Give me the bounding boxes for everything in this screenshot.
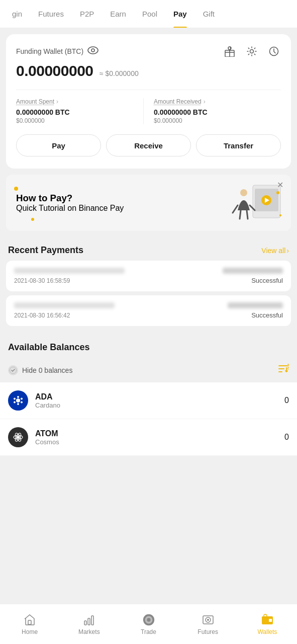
nav-item-pay[interactable]: Pay [165,0,195,28]
balance-btc: 0.00000000 [16,62,93,79]
bottom-nav-wallets-label: Wallets [257,628,277,635]
sort-icon-button[interactable]: A Z [277,363,289,377]
ada-balance: 0 [284,396,289,405]
bottom-nav-futures[interactable]: Futures [178,613,238,635]
hide-zero-label: Hide 0 balances [22,366,72,374]
svg-point-36 [147,618,150,621]
payment-status-1: Successful [251,277,283,284]
available-balances-section: Available Balances Hide 0 balances [0,330,297,460]
payment-bottom-2: 2021-08-30 16:56:42 Successful [14,311,283,319]
spent-btc: 0.00000000 BTC [16,108,143,116]
payment-bottom-1: 2021-08-30 16:58:59 Successful [14,277,283,284]
coin-item-ada[interactable]: ADA Cardano 0 [0,382,297,419]
hide-zero-row: Hide 0 balances A Z [0,358,297,382]
tutorial-close-button[interactable]: ✕ [275,180,285,190]
ada-symbol: ADA [35,392,284,401]
tutorial-banner: How to Pay? Quick Tutorial on Binance Pa… [6,175,291,231]
svg-point-19 [16,398,20,403]
spent-usd: $0.000000 [16,117,143,124]
amount-spent-col: Amount Spent › 0.00000000 BTC $0.000000 [16,98,143,124]
history-icon-button[interactable] [267,44,281,58]
svg-line-10 [233,205,238,213]
wallets-icon [261,613,274,626]
received-label: Amount Received [154,98,202,105]
svg-line-12 [240,210,241,219]
bottom-nav-futures-label: Futures [197,628,218,635]
svg-point-1 [91,49,94,52]
gift-icon-button[interactable] [223,44,237,58]
payment-time-1: 2021-08-30 16:58:59 [14,277,70,284]
bottom-nav-trade[interactable]: Trade [119,613,178,635]
futures-icon [202,613,215,626]
balances-title: Available Balances [8,342,89,353]
payment-time-2: 2021-08-30 16:56:42 [14,312,70,319]
balance-details: Amount Spent › 0.00000000 BTC $0.000000 … [16,90,281,124]
nav-item-gift[interactable]: Gift [195,0,223,28]
atom-balance: 0 [284,433,289,442]
nav-item-earn[interactable]: Earn [102,0,134,28]
view-all-button[interactable]: View all › [261,247,289,255]
svg-rect-33 [91,616,93,625]
spent-chevron[interactable]: › [56,98,58,105]
payment-blur-name-2 [14,302,115,308]
svg-text:Z: Z [287,366,289,370]
balance-display: 0.00000000 ≈ $0.000000 [16,62,281,79]
wallet-header: Funding Wallet (BTC) [16,44,281,58]
received-btc: 0.00000000 BTC [154,108,281,116]
bottom-nav-home[interactable]: Home [0,613,59,635]
home-icon [23,613,36,626]
svg-point-14 [276,191,279,194]
payment-status-2: Successful [251,311,283,319]
svg-point-20 [17,396,19,398]
receive-button[interactable]: Receive [106,134,191,156]
recent-payments-title: Recent Payments [8,245,83,256]
svg-line-13 [247,210,248,219]
settings-icon-button[interactable] [245,44,259,58]
ada-logo [8,390,28,411]
bottom-navigation: Home Markets Trade [0,604,297,644]
svg-rect-31 [84,621,86,625]
nav-item-pool[interactable]: Pool [134,0,165,28]
recent-payments-header: Recent Payments View all › [0,237,297,261]
nav-item-p2p[interactable]: P2P [72,0,102,28]
hide-zero-checkbox[interactable] [8,365,18,375]
svg-point-23 [21,398,23,400]
payment-blur-amount-2 [228,302,283,308]
decorative-dot-1 [14,187,18,191]
nav-item-gin[interactable]: gin [4,0,30,28]
atom-symbol: ATOM [35,429,284,438]
transfer-button[interactable]: Transfer [196,134,281,156]
wallet-icon-group [223,44,281,58]
payment-blur-name-1 [14,268,125,274]
payment-item-2[interactable]: 2021-08-30 16:56:42 Successful [6,295,291,326]
balances-header: Available Balances [0,334,297,358]
eye-icon[interactable] [87,46,98,56]
svg-rect-41 [269,619,272,622]
coin-item-atom[interactable]: ATOM Cosmos 0 [0,419,297,456]
svg-point-9 [240,189,247,196]
bottom-nav-home-label: Home [22,628,38,635]
bottom-nav-markets[interactable]: Markets [59,613,119,635]
action-buttons: Pay Receive Transfer [16,134,281,156]
top-navigation: gin Futures P2P Earn Pool Pay Gift [0,0,297,28]
balance-usd: ≈ $0.000000 [100,69,139,77]
view-all-chevron: › [286,247,289,255]
amount-received-col: Amount Received › 0.00000000 BTC $0.0000… [143,98,281,124]
payment-item-1[interactable]: 2021-08-30 16:58:59 Successful [6,261,291,291]
svg-rect-32 [88,618,90,625]
tutorial-subtitle: Quick Tutorial on Binance Pay [16,204,223,213]
main-content: Funding Wallet (BTC) [0,34,297,510]
pay-button[interactable]: Pay [16,134,101,156]
nav-item-futures[interactable]: Futures [30,0,72,28]
atom-name: Cosmos [35,438,284,446]
payment-blur-amount-1 [223,268,283,274]
svg-rect-30 [28,620,31,624]
svg-point-39 [207,619,209,621]
received-chevron[interactable]: › [204,98,206,105]
spent-label: Amount Spent [16,98,54,105]
bottom-nav-wallets[interactable]: Wallets [238,613,297,635]
svg-point-21 [17,403,19,405]
tutorial-title: How to Pay? [16,193,223,204]
ada-name: Cardano [35,401,284,409]
svg-point-24 [14,401,16,404]
